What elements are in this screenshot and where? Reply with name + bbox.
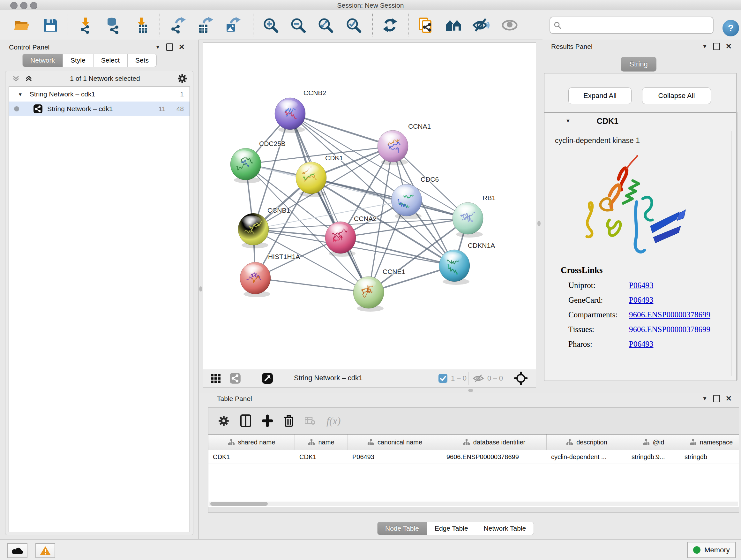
zoom-fit-icon[interactable] xyxy=(316,16,335,35)
gene-header-row[interactable]: ▼ CDK1 xyxy=(544,113,736,129)
import-network-database-icon[interactable] xyxy=(103,16,122,35)
column-header-canonical-name[interactable]: canonical name xyxy=(348,435,442,450)
table-cell: CDK1 xyxy=(295,450,348,463)
network-row[interactable]: String Network – cdk1 11 48 xyxy=(9,102,190,116)
tab-node-table[interactable]: Node Table xyxy=(377,522,427,535)
tab-edge-table[interactable]: Edge Table xyxy=(427,522,476,535)
network-options-gear-icon[interactable] xyxy=(177,73,187,84)
edge-CDK1-RB1 xyxy=(311,178,468,219)
memory-button[interactable]: Memory xyxy=(687,542,736,558)
table-row[interactable]: CDK1CDK1P064939606.ENSP00000378699cyclin… xyxy=(208,450,739,464)
control-panel-float-icon[interactable] xyxy=(166,44,173,51)
selected-nodes-checkbox-icon[interactable] xyxy=(438,374,448,383)
table-panel-collapse-icon[interactable]: ▼ xyxy=(702,396,708,401)
node-label-CDK1: CDK1 xyxy=(325,154,343,162)
refresh-icon[interactable] xyxy=(381,16,399,35)
network-collection-row[interactable]: ▼ String Network – cdk1 1 xyxy=(9,87,190,102)
title-bar: Session: New Session xyxy=(0,0,741,10)
string-home-icon[interactable] xyxy=(445,16,463,35)
right-splitter-handle[interactable] xyxy=(537,221,541,226)
node-table[interactable]: shared namenamecanonical namedatabase id… xyxy=(208,434,739,507)
show-all-icon[interactable] xyxy=(500,16,519,35)
crosslink-link[interactable]: 9606.ENSP00000378699 xyxy=(629,325,711,334)
fit-selected-crosshair-icon[interactable] xyxy=(514,372,528,385)
expand-all-networks-icon[interactable] xyxy=(12,74,20,83)
birds-eye-view-icon[interactable] xyxy=(261,372,273,384)
results-panel-collapse-icon[interactable]: ▼ xyxy=(702,44,708,49)
tab-sets[interactable]: Sets xyxy=(128,54,157,67)
node-label-CCNE1: CCNE1 xyxy=(383,268,405,275)
tree-expand-icon[interactable]: ▼ xyxy=(18,91,23,97)
search-icon xyxy=(553,21,562,29)
table-cell: cyclin-dependent ... xyxy=(547,450,627,463)
grid-view-icon[interactable] xyxy=(210,373,221,384)
node-CCNA1[interactable]: CCNA1 xyxy=(378,123,431,165)
crosslink-link[interactable]: P06493 xyxy=(629,281,653,290)
collection-count: 1 xyxy=(180,90,184,98)
search-box[interactable] xyxy=(549,17,714,34)
scrollbar-thumb[interactable] xyxy=(210,502,268,506)
control-panel: Control Panel ▼ ✕ NetworkStyleSelectSets… xyxy=(0,40,199,539)
crosslink-link[interactable]: 9606.ENSP00000378699 xyxy=(629,310,711,319)
gene-collapse-icon[interactable]: ▼ xyxy=(565,118,570,124)
import-network-file-icon[interactable] xyxy=(76,16,95,35)
tab-select[interactable]: Select xyxy=(93,54,128,67)
export-table-icon[interactable] xyxy=(196,16,215,35)
column-header-shared-name[interactable]: shared name xyxy=(208,435,295,450)
bottom-splitter-handle[interactable] xyxy=(468,389,473,392)
tab-string[interactable]: String xyxy=(621,57,657,71)
zoom-in-icon[interactable] xyxy=(261,16,280,35)
crosslink-label: Uniprot: xyxy=(568,281,629,290)
export-image-icon[interactable] xyxy=(224,16,242,35)
node-CDK1[interactable]: CDK1 xyxy=(296,154,343,197)
collapse-all-button[interactable]: Collapse All xyxy=(642,87,711,104)
collapse-all-networks-icon[interactable] xyxy=(24,74,33,83)
show-columns-icon[interactable] xyxy=(240,415,251,427)
search-input[interactable] xyxy=(565,18,713,32)
gene-name: CDK1 xyxy=(597,117,618,126)
results-panel-float-icon[interactable] xyxy=(713,43,720,50)
node-RB1[interactable]: RB1 xyxy=(453,194,495,238)
zoom-selected-icon[interactable] xyxy=(344,16,363,35)
tab-style[interactable]: Style xyxy=(63,54,93,67)
import-table-icon[interactable] xyxy=(132,16,151,35)
help-button[interactable]: ? xyxy=(723,20,739,37)
column-header-description[interactable]: description xyxy=(547,435,627,450)
cloud-status-button[interactable] xyxy=(7,543,27,558)
tab-network[interactable]: Network xyxy=(22,54,63,67)
column-header-namespace[interactable]: namespace xyxy=(680,435,739,450)
warning-status-button[interactable] xyxy=(36,543,55,558)
string-network-graph[interactable]: CCNB2 CCNA1 CDC25B CDK1 CDC6 RB1 CCNB1 xyxy=(203,43,536,370)
control-panel-close-icon[interactable]: ✕ xyxy=(179,44,185,51)
left-splitter-handle[interactable] xyxy=(199,287,202,292)
create-column-icon[interactable] xyxy=(262,415,273,427)
tab-network-table[interactable]: Network Table xyxy=(476,522,534,535)
hide-selected-icon[interactable] xyxy=(472,16,490,35)
network-canvas[interactable]: CCNB2 CCNA1 CDC25B CDK1 CDC6 RB1 CCNB1 xyxy=(203,43,536,370)
column-header-database-identifier[interactable]: database identifier xyxy=(442,435,547,450)
export-network-icon[interactable] xyxy=(169,16,187,35)
save-session-icon[interactable] xyxy=(41,16,60,35)
node-HIST1H1A[interactable]: HIST1H1A xyxy=(240,253,300,297)
share-view-icon[interactable] xyxy=(229,373,241,384)
table-settings-gear-icon[interactable] xyxy=(218,415,229,427)
results-panel-close-icon[interactable]: ✕ xyxy=(726,43,732,50)
node-label-CDC25B: CDC25B xyxy=(259,140,286,147)
zoom-out-icon[interactable] xyxy=(289,16,307,35)
crosslink-link[interactable]: P06493 xyxy=(629,296,653,305)
clone-network-icon[interactable] xyxy=(417,16,435,35)
results-scrollbar[interactable] xyxy=(737,112,738,380)
column-header-name[interactable]: name xyxy=(295,435,348,450)
node-label-CCNA1: CCNA1 xyxy=(408,123,431,130)
table-panel-float-icon[interactable] xyxy=(713,395,720,402)
open-session-icon[interactable] xyxy=(12,16,31,35)
delete-column-trash-icon[interactable] xyxy=(284,415,294,427)
table-panel-close-icon[interactable]: ✕ xyxy=(726,395,732,402)
crosslink-link[interactable]: P06493 xyxy=(629,340,653,349)
expand-all-button[interactable]: Expand All xyxy=(568,87,631,104)
control-panel-collapse-icon[interactable]: ▼ xyxy=(155,44,160,50)
node-CDKN1A[interactable]: CDKN1A xyxy=(439,242,495,285)
node-CCNB2[interactable]: CCNB2 xyxy=(275,89,326,133)
column-header--id[interactable]: @id xyxy=(627,435,680,450)
table-horizontal-scrollbar[interactable] xyxy=(209,502,738,506)
